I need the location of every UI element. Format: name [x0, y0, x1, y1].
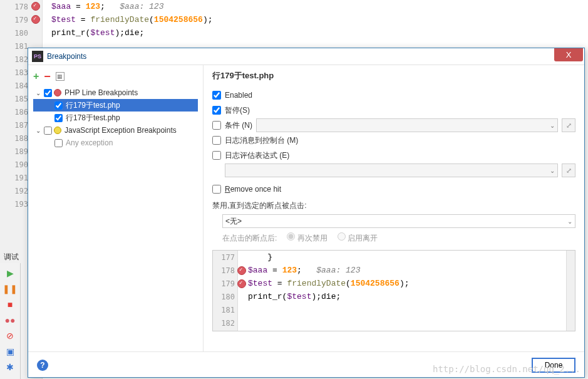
- condition-checkbox[interactable]: [212, 121, 221, 130]
- preview-editor[interactable]: 177 178 179 180 181 182 } $aaa = 123; $a…: [212, 250, 575, 331]
- log-console-label: 日志消息到控制台 (M): [225, 135, 298, 146]
- tree-group-js[interactable]: ⌄ JavaScript Exception Breakpoints: [33, 124, 198, 137]
- chevron-down-icon: ⌄: [567, 218, 572, 225]
- log-expr-checkbox[interactable]: [212, 151, 221, 160]
- editor-content[interactable]: $aaa = 123; $aaa: 123 $test = friendlyDa…: [43, 0, 588, 39]
- chevron-down-icon: ⌄: [550, 167, 555, 174]
- mute-bp-icon[interactable]: ⊘: [4, 330, 16, 342]
- layout-icon[interactable]: ▣: [4, 345, 16, 358]
- log-expr-input-row: ⌄ ⤢: [212, 163, 575, 178]
- debug-panel-label[interactable]: 调试: [4, 252, 19, 262]
- enabled-label: Enabled: [225, 91, 252, 100]
- stop-icon[interactable]: ■: [4, 298, 16, 311]
- disable-until-label: 禁用,直到选定的断点被点击:: [212, 200, 575, 211]
- group-checkbox[interactable]: [44, 89, 52, 97]
- remove-once-row: RRemove once hitemove once hit: [212, 182, 575, 197]
- dialog-title: Breakpoints: [47, 52, 554, 61]
- condition-input[interactable]: ⌄: [256, 118, 558, 132]
- item-checkbox[interactable]: [54, 139, 63, 147]
- chevron-down-icon[interactable]: ⌄: [34, 90, 42, 96]
- suspend-label: 暂停(S): [225, 105, 250, 116]
- breakpoint-detail-pane: 行179于test.php Enabled 暂停(S) 条件 (N) ⌄ ⤢ 日…: [204, 65, 584, 351]
- breakpoints-tree-pane: + − ▦ ⌄ PHP Line Breakpoints 行179于test.p…: [28, 65, 204, 351]
- pin-icon[interactable]: ⚲: [4, 376, 16, 379]
- tree-toolbar: + − ▦: [33, 69, 198, 84]
- expand-condition-button[interactable]: ⤢: [562, 118, 575, 132]
- breakpoint-icon[interactable]: [31, 15, 40, 24]
- chevron-down-icon[interactable]: ⌄: [34, 127, 42, 134]
- log-expr-input[interactable]: ⌄: [225, 164, 558, 177]
- breakpoints-dialog: PS Breakpoints X + − ▦ ⌄ PHP Line Breakp…: [28, 48, 585, 378]
- breakpoint-icon[interactable]: [31, 2, 40, 11]
- breakpoint-icon: [54, 89, 61, 96]
- gutter-180[interactable]: 180: [0, 26, 42, 39]
- remove-breakpoint-button[interactable]: −: [44, 70, 51, 83]
- phpstorm-icon: PS: [32, 51, 43, 62]
- condition-label: 条件 (N): [225, 120, 252, 131]
- tree-item-anyexception[interactable]: Any exception: [33, 137, 198, 149]
- gutter-178[interactable]: 178: [0, 0, 42, 13]
- add-breakpoint-button[interactable]: +: [33, 71, 39, 82]
- done-button[interactable]: Done: [532, 358, 575, 373]
- help-button[interactable]: ?: [37, 360, 48, 371]
- gutter-179[interactable]: 179: [0, 13, 42, 26]
- tree-item-line179[interactable]: 行179于test.php: [33, 99, 198, 112]
- tree-group-php[interactable]: ⌄ PHP Line Breakpoints: [33, 86, 198, 99]
- radio-disable-again[interactable]: 再次禁用: [287, 232, 327, 244]
- debug-toolbar: ▶ ❚❚ ■ ●● ⊘ ▣ ✱ ⚲: [0, 263, 21, 379]
- expand-expr-button[interactable]: ⤢: [562, 164, 575, 177]
- pause-icon[interactable]: ❚❚: [4, 283, 16, 295]
- dialog-titlebar[interactable]: PS Breakpoints X: [28, 48, 584, 65]
- item-checkbox[interactable]: [54, 101, 63, 110]
- group-by-button[interactable]: ▦: [56, 72, 64, 81]
- code-line-180[interactable]: print_r($test);die;: [43, 26, 588, 39]
- disable-until-select-row: <无>⌄: [212, 214, 575, 229]
- breakpoints-icon[interactable]: ●●: [4, 314, 16, 326]
- preview-gutter: 177 178 179 180 181 182: [213, 251, 238, 331]
- suspend-checkbox[interactable]: [212, 106, 221, 115]
- breakpoint-icon[interactable]: [237, 279, 246, 288]
- preview-lines: } $aaa = 123; $aaa: 123 $test = friendly…: [248, 251, 566, 330]
- after-hit-row: 在点击的断点后: 再次禁用 启用离开: [222, 232, 575, 244]
- group-checkbox[interactable]: [44, 127, 52, 135]
- enabled-row: Enabled: [212, 88, 575, 103]
- radio-leave-enabled[interactable]: 启用离开: [338, 232, 378, 244]
- detail-title: 行179于test.php: [212, 70, 575, 81]
- condition-row: 条件 (N) ⌄ ⤢: [212, 118, 575, 133]
- code-line-179[interactable]: $test = friendlyDate(1504258656);: [43, 13, 588, 26]
- log-expr-row: 日志评估表达式 (E): [212, 148, 575, 163]
- item-checkbox[interactable]: [54, 114, 63, 122]
- log-expr-label: 日志评估表达式 (E): [225, 150, 289, 161]
- close-button[interactable]: X: [554, 48, 583, 61]
- log-console-row: 日志消息到控制台 (M): [212, 133, 575, 148]
- enabled-checkbox[interactable]: [212, 91, 221, 100]
- settings-icon[interactable]: ✱: [4, 361, 16, 373]
- log-console-checkbox[interactable]: [212, 136, 221, 145]
- tree-item-line178[interactable]: 行178于test.php: [33, 112, 198, 124]
- resume-icon[interactable]: ▶: [4, 267, 16, 279]
- chevron-down-icon: ⌄: [550, 122, 555, 129]
- dialog-footer: ? Done: [28, 351, 584, 378]
- after-hit-label: 在点击的断点后:: [222, 233, 277, 244]
- disable-until-select[interactable]: <无>⌄: [222, 214, 575, 228]
- js-breakpoint-icon: [54, 127, 61, 134]
- breakpoint-icon[interactable]: [237, 266, 246, 275]
- preview-scrollbar[interactable]: [566, 251, 575, 331]
- suspend-row: 暂停(S): [212, 103, 575, 118]
- remove-once-label: RRemove once hitemove once hit: [225, 185, 281, 194]
- code-line-178[interactable]: $aaa = 123; $aaa: 123: [43, 0, 588, 13]
- remove-once-checkbox[interactable]: [212, 185, 221, 194]
- breakpoints-tree: ⌄ PHP Line Breakpoints 行179于test.php 行17…: [33, 86, 198, 149]
